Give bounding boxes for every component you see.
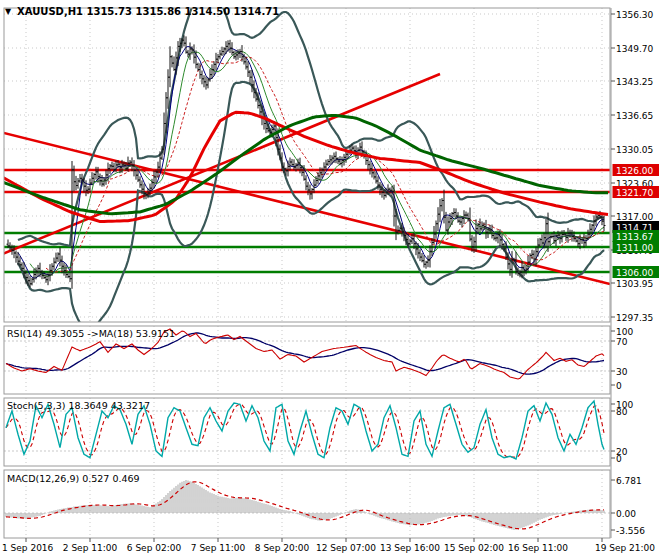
macd-indicator-label: MACD(12,26,9) 0.527 0.469 (7, 473, 140, 484)
time-axis-label: 6 Sep 02:00 (127, 543, 182, 553)
price-axis-label: 1356.30 (616, 10, 653, 20)
time-axis-label: 19 Sep 21:00 (595, 543, 655, 553)
price-badge-label: 1313.67 (616, 232, 653, 242)
rsi-axis-label: 0 (616, 381, 622, 391)
price-axis-label: 1297.35 (616, 313, 653, 323)
time-axis-label: 15 Sep 02:00 (444, 543, 504, 553)
price-axis-label: 1336.65 (616, 111, 653, 121)
price-axis-label: 1303.95 (616, 279, 653, 289)
price-axis-label: 1349.70 (616, 44, 653, 54)
price-badge-label: 1311.00 (616, 243, 653, 253)
rsi-axis-label: 100 (616, 327, 633, 337)
stoch-axis-label: 0 (616, 454, 622, 464)
time-axis-label: 1 Sep 2016 (2, 543, 54, 553)
price-axis-label: 1330.05 (616, 145, 653, 155)
collapse-arrow-icon[interactable]: ▼ (5, 7, 12, 16)
price-axis-label: 1317.00 (616, 212, 653, 222)
stoch-axis-label: 80 (616, 407, 628, 417)
time-axis-label: 13 Sep 16:00 (380, 543, 440, 553)
price-badge-label: 1306.00 (616, 268, 653, 278)
chart-title: XAUUSD,H1 1315.73 1315.86 1314.50 1314.7… (17, 6, 279, 17)
time-axis-label: 2 Sep 11:00 (63, 543, 118, 553)
price-badge-label: 1321.70 (616, 188, 653, 198)
macd-axis-label: -3.556 (616, 526, 645, 536)
price-axis-label: 1343.25 (616, 77, 653, 87)
price-badge-label: 1326.00 (616, 166, 653, 176)
rsi-axis-label: 30 (616, 367, 628, 377)
stoch-indicator-label: Stoch(5,3,3) 18.3649 43.3217 (7, 400, 150, 411)
macd-axis-label: 6.781 (616, 476, 642, 486)
time-axis-label: 8 Sep 20:00 (255, 543, 310, 553)
rsi-axis-label: 70 (616, 337, 628, 347)
time-axis-label: 12 Sep 07:00 (316, 543, 376, 553)
macd-axis-label: 0.00 (616, 509, 636, 519)
trading-chart-window: 1356.301349.701343.251336.651330.051323.… (0, 0, 660, 560)
time-axis-label: 16 Sep 11:00 (508, 543, 568, 553)
rsi-indicator-label: RSI(14) 49.3055 ->MA(18) 53.9151 (7, 328, 175, 339)
time-axis-label: 7 Sep 11:00 (191, 543, 246, 553)
